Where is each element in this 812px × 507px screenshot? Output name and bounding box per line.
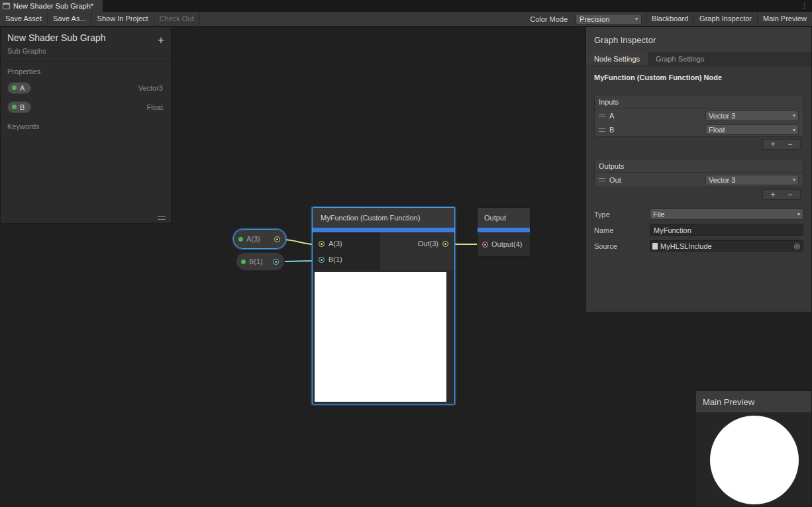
output-node-title[interactable]: Output: [478, 208, 530, 228]
blackboard-subtitle: Sub Graphs: [7, 47, 164, 55]
inputs-row-b[interactable]: B Float ▾: [595, 122, 803, 136]
keywords-section-label: Keywords: [1, 116, 171, 133]
exposed-dot-icon: [241, 259, 246, 264]
remove-input-button[interactable]: −: [783, 140, 797, 149]
input-port-b[interactable]: [319, 257, 325, 263]
property-node-b[interactable]: B(1): [236, 252, 285, 271]
graph-inspector-title: Graph Inspector: [594, 35, 656, 45]
property-node-a-label: A(3): [246, 235, 260, 243]
input-b-type-dropdown[interactable]: Float ▾: [705, 124, 799, 135]
source-field-label: Source: [594, 242, 650, 250]
source-object-name: MyHLSLInclude: [660, 242, 712, 250]
node-input-column: A(3) B(1): [313, 232, 380, 270]
inputs-list-footer: + −: [762, 139, 801, 150]
blackboard-property-row[interactable]: A Vector3: [1, 78, 171, 97]
type-field-row: Type File ▾: [594, 208, 803, 220]
custom-function-node-title[interactable]: MyFunction (Custom Function): [313, 208, 454, 228]
output-out-type-value: Vector 3: [709, 176, 735, 184]
input-b-type-value: Float: [709, 126, 725, 134]
window-icon: [3, 3, 10, 9]
chevron-down-icon: ▾: [793, 113, 795, 118]
chevron-down-icon: ▾: [793, 127, 795, 133]
input-a-type-value: Vector 3: [709, 112, 735, 120]
outputs-list: Outputs Out Vector 3 ▾: [594, 159, 803, 187]
object-picker-icon[interactable]: ◎: [791, 242, 803, 250]
tab-node-settings[interactable]: Node Settings: [586, 52, 648, 66]
type-dropdown-value: File: [653, 210, 665, 218]
node-preview: [315, 272, 446, 402]
name-input[interactable]: [650, 224, 803, 236]
asset-tab[interactable]: New Shader Sub Graph*: [0, 0, 103, 12]
input-port-a-label: A(3): [329, 240, 342, 248]
property-b-type: Float: [147, 103, 163, 111]
remove-output-button[interactable]: −: [783, 191, 797, 199]
output-out-type-dropdown[interactable]: Vector 3 ▾: [705, 175, 799, 185]
output-out-name: Out: [609, 176, 621, 184]
selected-node-title: MyFunction (Custom Function) Node: [594, 73, 803, 81]
inspector-tab-bar: Node Settings Graph Settings: [586, 52, 811, 66]
main-preview-body[interactable]: [696, 412, 811, 506]
name-field-label: Name: [594, 226, 650, 234]
chevron-down-icon: ▾: [635, 16, 638, 22]
window-tab-bar: New Shader Sub Graph* ⋮: [0, 0, 812, 12]
drag-handle-icon[interactable]: [599, 114, 605, 117]
source-object-field[interactable]: MyHLSLInclude ◎: [650, 240, 803, 252]
blackboard-resize-handle[interactable]: [158, 216, 166, 220]
main-preview-panel: Main Preview: [695, 391, 812, 507]
exposed-dot-icon: [238, 237, 243, 242]
output-node-port-label: Output(4): [491, 240, 522, 248]
graph-inspector-toggle-button[interactable]: Graph Inspector: [693, 12, 757, 26]
main-preview-header[interactable]: Main Preview: [696, 391, 811, 412]
precision-dropdown[interactable]: Precision ▾: [576, 14, 642, 24]
inputs-list-header: Inputs: [595, 95, 803, 109]
blackboard-property-row[interactable]: B Float: [1, 97, 171, 116]
type-field-label: Type: [594, 210, 650, 218]
save-as-button[interactable]: Save As...: [48, 12, 92, 26]
file-icon: [652, 243, 658, 250]
property-b-name: B: [20, 103, 25, 111]
output-port-out[interactable]: [442, 241, 448, 247]
node-port-area: A(3) B(1) Out(3): [313, 232, 454, 270]
graph-inspector-header[interactable]: Graph Inspector: [586, 27, 811, 52]
drag-handle-icon[interactable]: [599, 178, 605, 181]
inputs-row-a[interactable]: A Vector 3 ▾: [595, 109, 803, 122]
add-property-button[interactable]: +: [158, 35, 164, 46]
color-mode-label: Color Mode: [526, 15, 572, 23]
property-b-output-port[interactable]: [273, 259, 279, 265]
graph-inspector-panel: Graph Inspector Node Settings Graph Sett…: [585, 26, 812, 312]
graph-canvas[interactable]: A(3) B(1) MyFunction (Custom Function) A…: [0, 26, 812, 507]
main-preview-toggle-button[interactable]: Main Preview: [757, 12, 812, 26]
blackboard-header[interactable]: New Shader Sub Graph Sub Graphs +: [1, 27, 171, 62]
input-a-type-dropdown[interactable]: Vector 3 ▾: [705, 111, 799, 121]
chevron-down-icon: ▾: [793, 177, 795, 183]
outputs-row-out[interactable]: Out Vector 3 ▾: [595, 173, 803, 187]
tab-graph-settings[interactable]: Graph Settings: [648, 52, 712, 66]
node-category-bar: [478, 228, 530, 232]
inspector-body: MyFunction (Custom Function) Node Inputs…: [586, 73, 811, 252]
custom-function-node[interactable]: MyFunction (Custom Function) A(3) B(1) O…: [312, 207, 455, 404]
blackboard-title: New Shader Sub Graph: [7, 32, 164, 43]
type-dropdown[interactable]: File ▾: [650, 208, 803, 220]
property-node-b-label: B(1): [249, 257, 263, 265]
output-node-input-port[interactable]: [482, 242, 488, 248]
node-output-column: Out(3): [380, 232, 454, 270]
property-a-output-port[interactable]: [274, 236, 280, 242]
output-node[interactable]: Output Output(4): [477, 207, 531, 257]
property-pill-a[interactable]: A: [7, 82, 31, 94]
window-menu-icon[interactable]: ⋮: [801, 0, 812, 12]
outputs-list-header: Outputs: [595, 160, 803, 173]
check-out-button[interactable]: Check Out: [154, 12, 200, 26]
precision-dropdown-value: Precision: [580, 15, 609, 23]
input-b-name: B: [609, 126, 614, 134]
source-field-row: Source MyHLSLInclude ◎: [594, 240, 803, 252]
input-port-a[interactable]: [319, 241, 325, 247]
add-input-button[interactable]: +: [766, 140, 780, 149]
property-pill-b[interactable]: B: [7, 101, 31, 113]
save-asset-button[interactable]: Save Asset: [0, 12, 48, 26]
drag-handle-icon[interactable]: [599, 128, 605, 132]
show-in-project-button[interactable]: Show In Project: [92, 12, 154, 26]
blackboard-toggle-button[interactable]: Blackboard: [646, 12, 693, 26]
property-node-a[interactable]: A(3): [233, 229, 286, 249]
outputs-list-footer: + −: [762, 189, 801, 200]
add-output-button[interactable]: +: [766, 191, 780, 199]
